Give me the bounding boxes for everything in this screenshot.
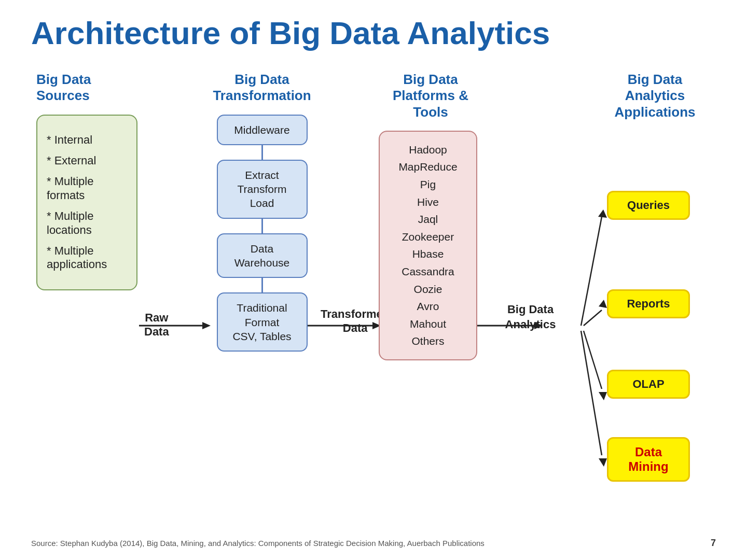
platform-hbase: Hbase	[388, 245, 468, 263]
reports-box: Reports	[607, 289, 690, 318]
sources-header: Big Data Sources	[36, 72, 140, 104]
source-item-1: * Internal	[47, 133, 127, 147]
platform-zookeeper: Zookeeper	[388, 228, 468, 246]
platforms-header: Big DataPlatforms & Tools	[379, 72, 482, 120]
source-item-4: * Multiplelocations	[47, 209, 127, 237]
olap-box: OLAP	[607, 370, 690, 399]
t-connector-1	[261, 145, 263, 160]
svg-marker-9	[599, 300, 607, 308]
svg-marker-7	[598, 209, 607, 218]
queries-box: Queries	[607, 191, 690, 220]
platform-others: Others	[388, 332, 468, 350]
app-olap: OLAP	[607, 370, 690, 399]
page-title: Architecture of Big Data Analytics	[31, 16, 716, 51]
platform-hadoop: Hadoop	[388, 141, 468, 159]
t-connector-2	[261, 219, 263, 233]
platform-oozie: Oozie	[388, 281, 468, 298]
platform-cassandra: Cassandra	[388, 263, 468, 281]
sources-box: * Internal * External * Multipleformats …	[36, 115, 137, 290]
page-number: 7	[711, 538, 716, 549]
svg-marker-11	[599, 392, 607, 400]
page: Architecture of Big Data Analytics	[0, 0, 747, 560]
app-queries: Queries	[607, 191, 690, 220]
middleware-box: Middleware	[217, 115, 308, 145]
traditional-box: TraditionalFormatCSV, Tables	[217, 292, 308, 352]
datawarehouse-box: DataWarehouse	[217, 233, 308, 278]
platform-mahout: Mahout	[388, 315, 468, 333]
platform-jaql: Jaql	[388, 211, 468, 228]
svg-line-10	[584, 331, 602, 389]
applications-header: Big DataAnalyticsApplications	[607, 72, 703, 120]
raw-data-label: RawData	[144, 311, 169, 339]
col-sources: Big Data Sources * Internal * External *…	[36, 72, 140, 290]
col-platforms: Big DataPlatforms & Tools Hadoop MapRedu…	[379, 72, 482, 360]
footer-citation: Source: Stephan Kudyba (2014), Big Data,…	[31, 539, 485, 548]
bda-label: Big DataAnalytics	[493, 302, 568, 332]
t-connector-3	[261, 278, 263, 292]
app-reports: Reports	[607, 289, 690, 318]
etl-box: ExtractTransformLoad	[217, 160, 308, 219]
source-item-3: * Multipleformats	[47, 175, 127, 202]
svg-marker-13	[599, 458, 607, 467]
platform-hive: Hive	[388, 193, 468, 211]
platforms-box: Hadoop MapReduce Pig Hive Jaql Zookeeper…	[379, 131, 477, 360]
transformation-header: Big Data Transformation	[208, 72, 316, 104]
platform-pig: Pig	[388, 176, 468, 193]
source-item-2: * External	[47, 154, 127, 167]
datamining-box: DataMining	[607, 437, 690, 482]
svg-line-6	[581, 217, 602, 326]
transform-boxes: Middleware ExtractTransformLoad DataWare…	[208, 115, 316, 352]
source-item-5: * Multipleapplications	[47, 244, 127, 272]
svg-line-8	[584, 310, 602, 326]
footer: Source: Stephan Kudyba (2014), Big Data,…	[31, 538, 716, 549]
col-transformation: Big Data Transformation Middleware Extra…	[208, 72, 316, 352]
svg-line-12	[581, 331, 602, 455]
app-datamining: DataMining	[607, 437, 690, 482]
platform-mapreduce: MapReduce	[388, 158, 468, 176]
platform-avro: Avro	[388, 298, 468, 315]
